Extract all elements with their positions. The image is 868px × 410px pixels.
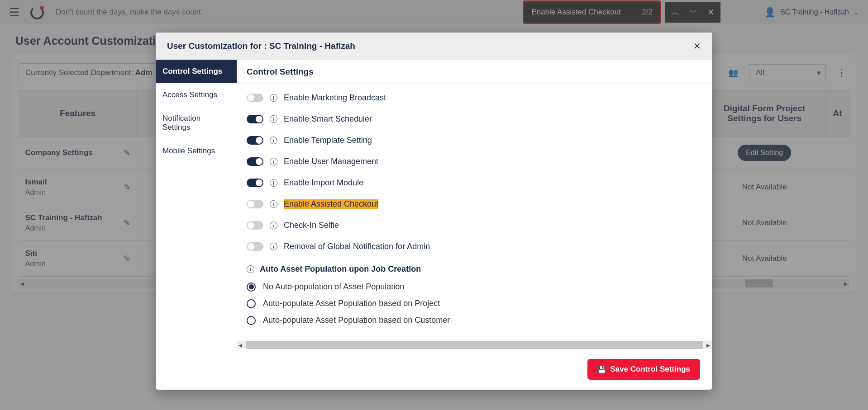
toggle[interactable] [247, 179, 263, 187]
info-icon[interactable]: i [270, 115, 277, 123]
toggle[interactable] [247, 157, 263, 166]
info-icon[interactable]: i [247, 265, 254, 273]
setting-label: Enable Smart Scheduler [284, 114, 372, 124]
modal-side-tabs: Control Settings Access Settings Notific… [156, 60, 237, 349]
radio[interactable] [247, 316, 256, 325]
setting-label: Enable Marketing Broadcast [284, 93, 386, 103]
close-icon[interactable]: ✕ [693, 41, 701, 52]
tab-mobile-settings[interactable]: Mobile Settings [156, 139, 237, 163]
radio-label: No Auto-population of Asset Population [263, 282, 404, 292]
setting-row: iCheck-In Selfie [247, 215, 702, 236]
radio-label: Auto-populate Asset Population based on … [263, 316, 450, 325]
tab-control-settings[interactable]: Control Settings [156, 60, 237, 83]
toggle[interactable] [247, 136, 263, 145]
tab-notification-settings[interactable]: Notification Settings [156, 107, 237, 139]
setting-row: iRemoval of Global Notification for Admi… [247, 236, 702, 257]
info-icon[interactable]: i [270, 94, 277, 102]
info-icon[interactable]: i [270, 158, 277, 165]
info-icon[interactable]: i [270, 179, 277, 187]
setting-row: iEnable Assisted Checkout [247, 193, 702, 215]
info-icon[interactable]: i [270, 243, 277, 250]
tab-access-settings[interactable]: Access Settings [156, 83, 237, 107]
setting-row: iEnable Marketing Broadcast [247, 87, 702, 108]
toggle[interactable] [247, 94, 263, 102]
modal-overlay: User Customization for : SC Training - H… [0, 0, 868, 410]
pane-title: Control Settings [237, 60, 712, 84]
settings-scroll[interactable]: iEnable Marketing BroadcastiEnable Smart… [237, 84, 712, 341]
toggle[interactable] [247, 200, 263, 208]
setting-label: Enable Import Module [284, 178, 363, 188]
toggle[interactable] [247, 115, 263, 123]
setting-row: iEnable User Management [247, 151, 702, 172]
setting-label: Removal of Global Notification for Admin [284, 242, 430, 251]
modal-title: User Customization for : SC Training - H… [167, 41, 355, 51]
setting-row: iEnable Template Setting [247, 130, 702, 151]
save-icon: 💾 [597, 365, 606, 374]
info-icon[interactable]: i [270, 221, 277, 229]
setting-label: Enable Assisted Checkout [284, 199, 378, 209]
info-icon[interactable]: i [270, 137, 277, 144]
radio[interactable] [247, 299, 256, 308]
radio-label: Auto-populate Asset Population based on … [263, 299, 440, 308]
setting-label: Enable Template Setting [284, 136, 372, 145]
radio-section-heading: iAuto Asset Population upon Job Creation [247, 257, 702, 278]
save-control-settings-button[interactable]: 💾 Save Control Settings [587, 359, 700, 380]
setting-label: Enable User Management [284, 157, 378, 166]
setting-label: Check-In Selfie [284, 221, 339, 230]
setting-row: iEnable Import Module [247, 172, 702, 193]
radio-row: Auto-populate Asset Population based on … [247, 312, 702, 329]
user-customization-modal: User Customization for : SC Training - H… [156, 33, 712, 390]
modal-hscroll[interactable] [237, 341, 712, 349]
radio[interactable] [247, 283, 256, 292]
info-icon[interactable]: i [270, 200, 277, 208]
radio-row: No Auto-population of Asset Population [247, 278, 702, 295]
toggle[interactable] [247, 221, 263, 230]
setting-row: iEnable Smart Scheduler [247, 108, 702, 130]
toggle[interactable] [247, 242, 263, 251]
radio-row: Auto-populate Asset Population based on … [247, 295, 702, 312]
